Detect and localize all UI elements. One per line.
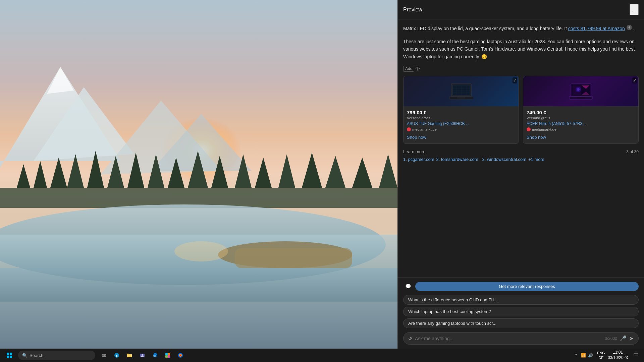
expand-icon-acer[interactable]: ⤢ [632,77,637,83]
learn-more-links: 1. pcgamer.com 2. tomshardware.com 3. wi… [403,157,639,163]
svg-text:B: B [116,354,118,357]
response-paragraph-1: Matrix LED display on the lid, a quad-sp… [403,25,639,33]
product-cards: ⤢ 799,00 € Versand gratis ASUS TUF Gamin… [403,76,639,144]
panel-menu-button[interactable]: ... [630,4,639,15]
shop-now-acer[interactable]: Shop now [527,135,546,140]
ask-input-area: ↺ 0/2000 🎤 ➤ [403,332,639,345]
tray-overflow-button[interactable]: ^ [575,353,577,358]
svg-rect-30 [235,248,352,268]
svg-point-31 [174,241,228,261]
taskbar-files-icon[interactable] [123,349,136,361]
suggestion-chips: What is the difference between QHD and F… [403,295,639,328]
more-links[interactable]: +1 more [528,157,544,163]
learn-link-3[interactable]: 3. windowscentral.com [482,157,527,163]
ads-info-icon[interactable]: ⓘ [416,66,420,72]
taskbar-right: ^ 📶 🔊 ENG DE 11:01 03/10/2023 [575,350,644,361]
svg-rect-62 [127,355,132,357]
taskbar-search[interactable]: 🔍 Search [18,351,95,360]
volume-icon[interactable]: 🔊 [588,353,593,358]
product-shipping-acer: Versand gratis [527,116,635,120]
clock-date: 03/10/2023 [608,355,628,361]
search-label: Search [30,353,43,358]
product-source-acer: mediamarkt.de [527,127,635,131]
svg-point-72 [180,355,181,356]
svg-point-48 [577,88,580,91]
product-image-acer: ⤢ [523,76,638,106]
language-indicator[interactable]: ENG DE [597,351,605,360]
citation-1: 4 [627,25,632,30]
svg-rect-57 [102,355,104,356]
ask-input-field[interactable] [415,336,602,341]
taskbar-firefox-icon[interactable] [174,349,186,361]
taskbar-teams-icon[interactable] [136,349,148,361]
panel-content[interactable]: Matrix LED display on the lid, a quad-sp… [398,19,644,277]
taskbar-edge-icon[interactable] [149,349,161,361]
learn-link-2[interactable]: 2. tomshardware.com [436,157,478,163]
svg-rect-54 [10,356,12,358]
svg-rect-52 [10,353,12,355]
response-paragraph-2: These are just some of the best gaming l… [403,38,639,60]
page-count: 3 of 30 [626,149,639,154]
panel-title: Preview [403,7,422,13]
lang-top: ENG [597,351,605,355]
learn-more-header: Learn more: 3 of 30 [403,149,639,154]
svg-rect-42 [457,97,465,99]
svg-rect-69 [168,355,170,358]
taskbar-bing-icon[interactable]: B [111,349,123,361]
lang-bottom: DE [598,355,603,360]
product-shipping-asus: Versand gratis [407,116,515,120]
suggestion-chip-1[interactable]: What is the difference between QHD and F… [403,295,639,305]
svg-rect-67 [168,353,170,355]
product-card-acer[interactable]: ⤢ 749,00 € Versand gratis ACER Nitro 5 (… [523,76,639,144]
svg-rect-53 [7,356,9,358]
more-responses-button[interactable]: Get more relevant responses [415,282,639,291]
svg-point-58 [104,355,105,355]
send-button[interactable]: ➤ [629,335,634,342]
system-tray: 📶 🔊 [578,353,596,358]
product-info-acer: 749,00 € Versand gratis ACER Nitro 5 (AN… [523,106,638,143]
svg-point-59 [105,355,106,356]
start-button[interactable] [3,349,16,362]
search-icon: 🔍 [22,353,28,358]
price-link[interactable]: costs $1,799.99 at Amazon [568,26,625,31]
clock-time: 11:01 [613,350,623,355]
product-source-asus: mediamarkt.de [407,127,515,131]
taskbar-game-icon[interactable] [98,349,110,361]
source-dot-asus [407,127,411,131]
product-name-acer[interactable]: ACER Nitro 5 (AN515-57-57R3... [527,121,635,126]
learn-more-section: Learn more: 3 of 30 1. pcgamer.com 2. to… [403,149,639,163]
notification-center-button[interactable] [631,350,641,361]
voice-input-button[interactable]: 🎤 [620,335,627,342]
svg-rect-68 [165,355,168,358]
svg-rect-50 [577,97,585,99]
product-price-acer: 749,00 € [527,110,635,115]
taskbar: 🔍 Search B [0,349,644,362]
ads-badge: Ads ⓘ [403,66,639,72]
product-image-asus: ⤢ [404,76,519,106]
new-topic-button[interactable]: ↺ [408,336,412,341]
product-name-asus[interactable]: ASUS TUF Gaming (FX506HCB-... [407,121,515,126]
more-responses-row: 💬 Get more relevant responses [403,282,639,291]
learn-link-1[interactable]: 1. pcgamer.com [403,157,434,163]
product-price-asus: 799,00 € [407,110,515,115]
network-icon[interactable]: 📶 [581,353,586,358]
suggestion-chip-3[interactable]: Are there any gaming laptops with touch … [403,318,639,328]
ads-label: Ads [403,66,414,72]
suggestion-chip-2[interactable]: Which laptop has the best cooling system… [403,307,639,316]
shop-now-asus[interactable]: Shop now [407,135,426,140]
product-info-asus: 799,00 € Versand gratis ASUS TUF Gaming … [404,106,519,143]
desktop-wallpaper [0,0,397,349]
taskbar-store-icon[interactable] [162,349,174,361]
feedback-icon[interactable]: 💬 [403,282,413,291]
sidebar-panel: Preview ... Matrix LED display on the li… [397,0,644,349]
taskbar-pinned-apps: B [98,349,186,361]
svg-rect-73 [634,353,638,356]
learn-more-title: Learn more: [403,149,427,154]
product-card-asus[interactable]: ⤢ 799,00 € Versand gratis ASUS TUF Gamin… [403,76,519,144]
svg-rect-51 [7,353,9,355]
expand-icon-asus[interactable]: ⤢ [513,77,517,83]
svg-point-64 [142,354,143,356]
char-count: 0/2000 [605,336,617,341]
panel-header: Preview ... [398,0,644,19]
system-clock[interactable]: 11:01 03/10/2023 [606,350,629,360]
